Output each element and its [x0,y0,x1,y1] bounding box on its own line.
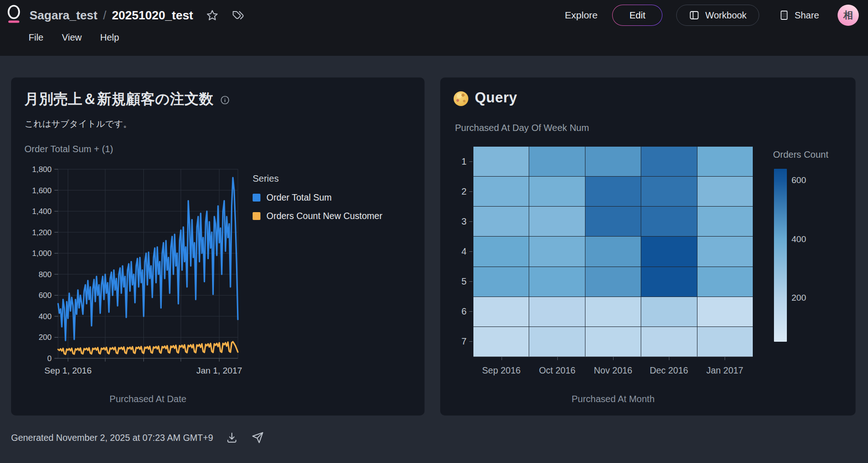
heatmap-column-label: Oct 2016 [529,365,585,376]
heatmap-grid [473,147,753,356]
heatmap-cell[interactable] [697,267,753,297]
y-tick-label: 1,400 [32,207,52,216]
menu-help[interactable]: Help [100,32,119,43]
explore-button[interactable]: Explore [565,10,597,21]
heatmap-cell[interactable] [697,297,753,326]
orders-count-new-customer-line [58,342,238,354]
workbook-button[interactable]: Workbook [676,5,759,26]
heatmap-cell[interactable] [697,177,753,206]
heatmap-row-label: 7 [440,326,472,356]
avatar-initial: 相 [844,9,853,22]
heatmap-column-label: Dec 2016 [641,365,697,376]
heatmap-cell[interactable] [585,177,641,206]
legend-item-order-total-sum[interactable]: Order Total Sum [253,192,382,203]
menu-file[interactable]: File [29,32,43,43]
heatmap-x-tick [557,357,558,360]
order-total-sum-line [58,178,238,340]
heatmap-cell[interactable] [641,177,697,206]
line-chart-subtitle: これはサブタイトルです。 [24,118,132,130]
legend-label: Orders Count New Customer [266,211,382,221]
y-tick-label: 400 [39,312,52,321]
breadcrumb: Sagara_test / 20251020_test [30,8,193,23]
heatmap-cell[interactable] [585,327,641,356]
heatmap-cell[interactable] [473,177,529,206]
heatmap-cell[interactable] [585,267,641,297]
y-tick-label: 800 [39,270,52,279]
heatmap-row-label: 1 [440,147,472,177]
heatmap-x-tick [725,357,725,360]
heatmap-cell[interactable] [585,297,641,326]
heatmap-cell[interactable] [529,297,585,326]
y-tick-label: 1,000 [32,249,52,258]
heatmap-cell[interactable] [529,177,585,206]
heatmap-cell[interactable] [529,237,585,266]
line-chart-title: 月別売上＆新規顧客の注文数 [24,89,213,109]
edit-button[interactable]: Edit [612,5,662,26]
y-tick-label: 0 [47,354,52,363]
y-tick-label: 200 [39,333,52,342]
heatmap-cell[interactable] [473,207,529,236]
heatmap-cell[interactable] [641,297,697,326]
favorite-star-icon[interactable] [205,8,219,22]
y-tick-label: 1,600 [32,186,52,195]
legend-label: Order Total Sum [266,192,332,203]
heatmap-cell[interactable] [697,207,753,236]
heatmap-column-label: Sep 2016 [473,365,529,376]
heatmap-cell[interactable] [529,327,585,356]
y-tick-label: 1,800 [32,165,52,174]
page-footer: Generated November 2, 2025 at 07:23 AM G… [11,428,265,447]
series-legend: Series Order Total Sum Orders Count New … [253,173,382,229]
heatmap-cell[interactable] [697,237,753,266]
heatmap-cell[interactable] [529,147,585,176]
heatmap-cell[interactable] [697,327,753,356]
title-row: Sagara_test / 20251020_test Explore Edit [0,0,868,30]
color-legend-tick-label: 600 [791,175,806,185]
y-axis-title: Order Total Sum + (1) [24,144,113,154]
heatmap-x-tick [669,357,669,360]
full-moon-emoji [454,91,468,106]
heatmap-cell[interactable] [697,147,753,176]
heatmap-cell[interactable] [641,237,697,266]
legend-swatch-orange [253,212,260,220]
heatmap-cell[interactable] [641,327,697,356]
user-avatar[interactable]: 相 [838,5,859,26]
generated-timestamp: Generated November 2, 2025 at 07:23 AM G… [11,433,213,443]
share-button[interactable]: Share [779,10,819,21]
heatmap-x-tick [502,357,502,360]
heatmap-card: Query Purchased At Day Of Week Num 12345… [440,77,856,416]
heatmap-title: Query [475,89,517,106]
x-tick-label: Sep 1, 2016 [44,366,91,375]
heatmap-cell[interactable] [473,147,529,176]
line-chart-plot: 02004006008001,0001,2001,4001,6001,800Se… [16,163,255,384]
menu-view[interactable]: View [62,32,82,43]
legend-item-orders-count-new-customer[interactable]: Orders Count New Customer [253,211,382,221]
send-icon[interactable] [251,431,265,445]
heatmap-x-tick [613,357,614,360]
heatmap-cell[interactable] [585,207,641,236]
heatmap-x-axis-title: Purchased At Month [473,394,753,404]
share-button-label: Share [795,10,819,21]
edit-button-label: Edit [629,10,645,21]
info-icon[interactable] [220,95,230,105]
heatmap-y-axis-title: Purchased At Day Of Week Num [455,123,589,133]
heatmap-cell[interactable] [473,267,529,297]
heatmap-cell[interactable] [529,267,585,297]
download-icon[interactable] [225,431,239,445]
heatmap-cell[interactable] [641,147,697,176]
heatmap-cell[interactable] [473,297,529,326]
heatmap-cell[interactable] [641,207,697,236]
color-legend-tick-label: 200 [791,293,806,303]
heatmap-cell[interactable] [473,237,529,266]
menu-bar: File View Help [29,32,119,43]
heatmap-cell[interactable] [585,147,641,176]
y-tick-label: 600 [39,291,52,300]
heatmap-cell[interactable] [473,327,529,356]
heatmap-cell[interactable] [641,267,697,297]
heatmap-cell[interactable] [585,237,641,266]
heatmap-cell[interactable] [529,207,585,236]
legend-title: Series [253,173,382,184]
breadcrumb-workspace[interactable]: Sagara_test [30,8,97,23]
tags-icon[interactable] [231,8,245,22]
sigma-logo[interactable] [6,5,22,26]
x-axis-title: Purchased At Date [58,394,238,404]
